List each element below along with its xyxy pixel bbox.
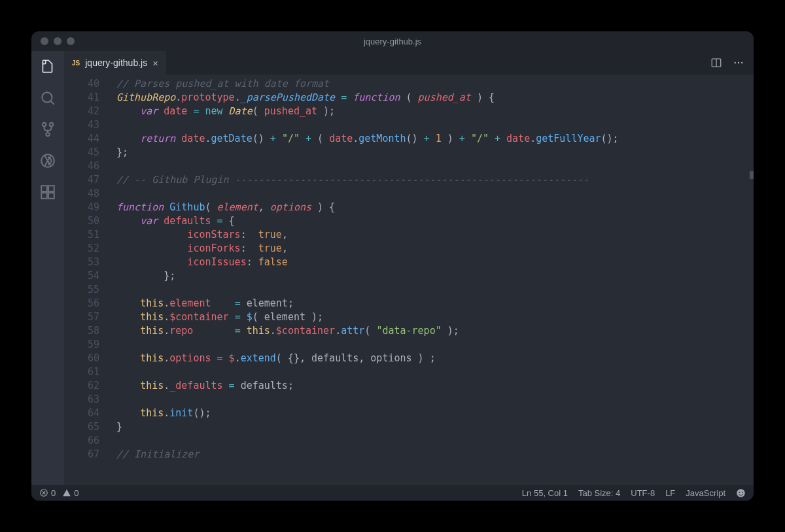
line-number: 62	[64, 379, 99, 393]
status-eol[interactable]: LF	[665, 488, 675, 498]
code-line[interactable]: this.repo = this.$container.attr( "data-…	[116, 324, 754, 338]
close-tab-icon[interactable]: ×	[152, 58, 158, 69]
code-line[interactable]: // Parses pushed_at with date format	[116, 77, 754, 91]
line-number: 60	[64, 352, 99, 365]
svg-point-2	[43, 123, 46, 126]
code-content[interactable]: // Parses pushed_at with date formatGith…	[116, 77, 754, 485]
status-language[interactable]: JavaScript	[686, 488, 725, 498]
editor-area: JS jquery-github.js × 404142434445464748…	[64, 51, 754, 485]
code-line[interactable]: this.init();	[116, 407, 754, 420]
code-line[interactable]: // Initializer	[116, 448, 754, 461]
code-line[interactable]: iconStars: true,	[116, 228, 754, 242]
code-line[interactable]	[116, 187, 754, 201]
svg-point-14	[741, 62, 742, 63]
code-line[interactable]: this._defaults = defaults;	[116, 379, 754, 393]
status-cursor-position[interactable]: Ln 55, Col 1	[522, 488, 568, 498]
line-number: 64	[64, 407, 99, 420]
scrollbar-thumb[interactable]	[750, 171, 754, 179]
source-control-icon[interactable]	[39, 120, 57, 139]
extensions-icon[interactable]	[39, 183, 57, 201]
line-number: 67	[64, 448, 99, 461]
status-warnings[interactable]: 0	[62, 488, 78, 498]
line-number: 48	[64, 187, 99, 201]
line-number: 57	[64, 310, 99, 324]
code-line[interactable]: var date = new Date( pushed_at );	[116, 105, 754, 118]
line-number: 54	[64, 269, 99, 283]
line-number: 50	[64, 214, 99, 228]
titlebar[interactable]: jquery-github.js	[31, 31, 754, 51]
code-line[interactable]	[116, 434, 754, 448]
svg-point-12	[735, 62, 736, 63]
code-editor[interactable]: 4041424344454647484950515253545556575859…	[64, 75, 754, 485]
line-number: 52	[64, 242, 99, 256]
code-line[interactable]: return date.getDate() + "/" + ( date.get…	[116, 132, 754, 146]
split-editor-icon[interactable]	[710, 57, 722, 69]
code-line[interactable]: GithubRepo.prototype._parsePushedDate = …	[116, 91, 754, 105]
code-line[interactable]: function Github( element, options ) {	[116, 201, 754, 214]
line-number: 46	[64, 159, 99, 173]
window-title: jquery-github.js	[31, 37, 754, 46]
code-line[interactable]	[116, 159, 754, 173]
tab-jquery-github[interactable]: JS jquery-github.js ×	[64, 51, 166, 75]
line-number: 49	[64, 201, 99, 214]
debug-icon[interactable]	[39, 152, 57, 170]
code-line[interactable]: };	[116, 269, 754, 283]
code-line[interactable]	[116, 365, 754, 379]
svg-rect-6	[41, 186, 47, 191]
search-icon[interactable]	[39, 89, 57, 107]
tab-language-badge: JS	[72, 59, 80, 67]
line-number: 63	[64, 393, 99, 407]
code-line[interactable]	[116, 283, 754, 297]
code-line[interactable]: this.element = element;	[116, 297, 754, 310]
code-line[interactable]: var defaults = {	[116, 214, 754, 228]
line-number: 56	[64, 297, 99, 310]
code-line[interactable]	[116, 393, 754, 407]
code-line[interactable]	[116, 338, 754, 352]
line-number: 61	[64, 365, 99, 379]
status-encoding[interactable]: UTF-8	[631, 488, 655, 498]
activity-bar	[31, 51, 64, 485]
line-number: 66	[64, 434, 99, 448]
code-line[interactable]: this.$container = $( element );	[116, 310, 754, 324]
svg-point-4	[46, 133, 49, 136]
line-number: 40	[64, 77, 99, 91]
svg-point-18	[737, 489, 745, 497]
tab-filename: jquery-github.js	[85, 58, 147, 68]
feedback-icon[interactable]	[736, 488, 746, 498]
close-window-button[interactable]	[41, 37, 48, 45]
code-line[interactable]: iconForks: true,	[116, 242, 754, 256]
line-number: 53	[64, 256, 99, 269]
code-line[interactable]: this.options = $.extend( {}, defaults, o…	[116, 352, 754, 365]
explorer-icon[interactable]	[39, 58, 57, 76]
line-number: 44	[64, 132, 99, 146]
more-actions-icon[interactable]	[733, 57, 744, 69]
code-line[interactable]: };	[116, 146, 754, 159]
code-line[interactable]: }	[116, 420, 754, 434]
svg-point-20	[742, 491, 743, 493]
traffic-lights	[31, 37, 75, 45]
line-number: 59	[64, 338, 99, 352]
line-number: 47	[64, 173, 99, 187]
line-number: 51	[64, 228, 99, 242]
line-number: 43	[64, 118, 99, 132]
line-number: 65	[64, 420, 99, 434]
code-line[interactable]: // -- Github Plugin --------------------…	[116, 173, 754, 187]
line-number: 42	[64, 105, 99, 118]
line-number: 45	[64, 146, 99, 159]
tab-bar: JS jquery-github.js ×	[64, 51, 754, 75]
minimize-window-button[interactable]	[54, 37, 61, 45]
code-line[interactable]: iconIssues: false	[116, 256, 754, 269]
line-number: 41	[64, 91, 99, 105]
svg-point-3	[50, 123, 53, 126]
svg-rect-9	[48, 193, 54, 199]
maximize-window-button[interactable]	[67, 37, 75, 45]
svg-rect-8	[41, 193, 47, 199]
code-line[interactable]	[116, 118, 754, 132]
svg-point-13	[738, 62, 739, 63]
editor-window: jquery-github.js JS jquery	[31, 31, 754, 501]
line-number: 55	[64, 283, 99, 297]
svg-point-0	[42, 92, 52, 102]
status-tab-size[interactable]: Tab Size: 4	[578, 488, 620, 498]
status-errors[interactable]: 0	[39, 488, 56, 498]
body-area: JS jquery-github.js × 404142434445464748…	[31, 51, 754, 485]
